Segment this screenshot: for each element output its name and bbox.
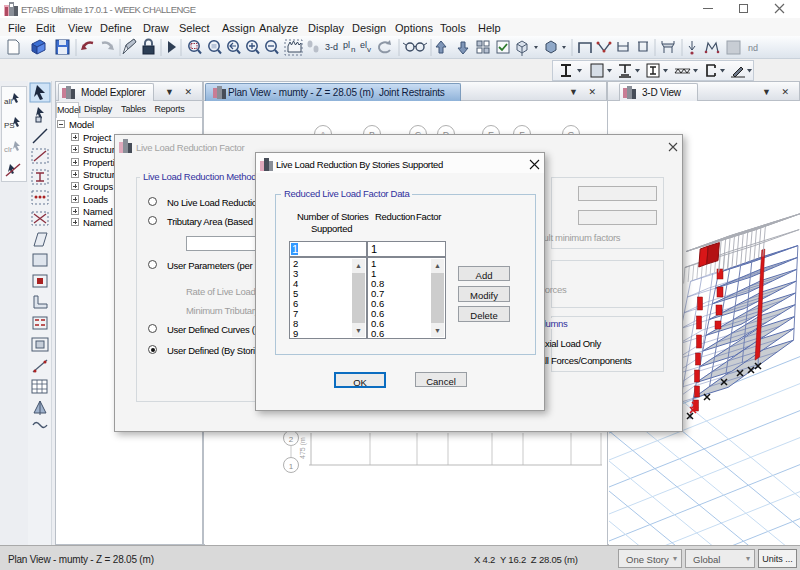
svg-text:nd: nd <box>748 43 758 53</box>
svg-text:475 (m: 475 (m <box>299 437 307 459</box>
svg-text:clr: clr <box>4 145 13 154</box>
svg-text:PS: PS <box>4 121 15 130</box>
svg-text:2: 2 <box>289 435 294 444</box>
svg-text:all: all <box>4 97 12 106</box>
svg-text:v: v <box>367 45 371 54</box>
svg-text:3-d: 3-d <box>325 42 338 52</box>
svg-text:1: 1 <box>289 462 294 471</box>
svg-text:el: el <box>360 40 367 50</box>
svg-text:n: n <box>351 45 355 54</box>
svg-text:pl: pl <box>343 40 350 50</box>
